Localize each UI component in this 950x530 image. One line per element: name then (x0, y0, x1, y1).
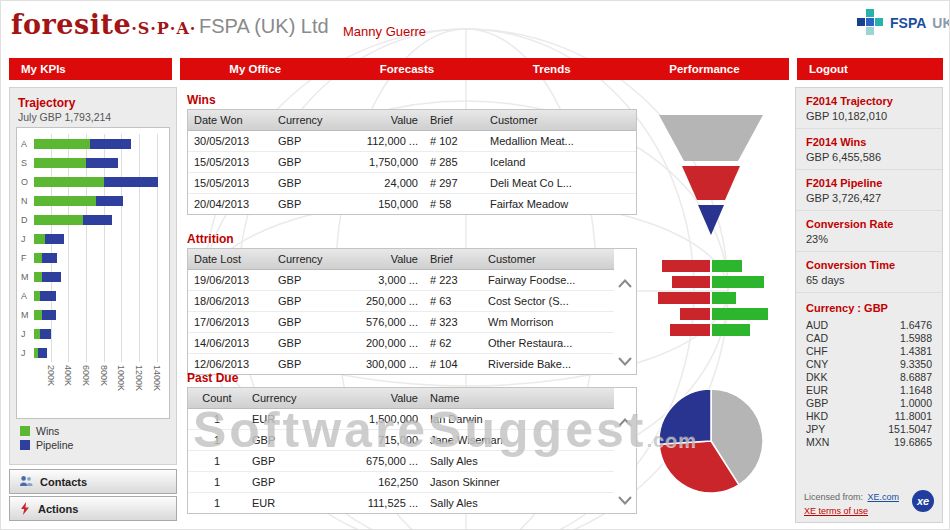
table-row[interactable]: 14/06/2013GBP200,000 ...# 62Other Restau… (188, 333, 614, 354)
table-cell: GBP (272, 173, 336, 194)
xe-logo: xe (912, 490, 934, 512)
table-row[interactable]: 15/05/2013GBP1,750,000# 285Iceland (188, 152, 636, 173)
contacts-icon (19, 475, 33, 488)
actions-icon (19, 502, 31, 515)
table-cell: EUR (246, 493, 316, 514)
kpi-value: GBP 10,182,010 (806, 110, 932, 122)
currency-rate-row: CHF1.4381 (806, 345, 932, 358)
nav-my-office[interactable]: My Office (229, 58, 281, 80)
trajectory-bar-row: S (21, 153, 165, 172)
nav-logout[interactable]: Logout (797, 58, 943, 80)
table-row[interactable]: 1GBP162,250Jason Skinner (188, 472, 614, 493)
scroll-up-button[interactable] (618, 418, 632, 427)
table-cell: Jason Skinner (424, 472, 614, 493)
xe-com-link[interactable]: XE.com (867, 492, 899, 502)
table-row[interactable]: 1GBP715,000Jane Wiseman (188, 430, 614, 451)
attrition-title: Attrition (187, 232, 234, 246)
table-cell: GBP (272, 291, 336, 312)
currency-code: CAD (806, 332, 828, 345)
nav-my-kpis[interactable]: My KPIs (9, 58, 172, 80)
table-row[interactable]: 17/06/2013GBP576,000 ...# 323Wm Morrison (188, 312, 614, 333)
currency-rate: 1.0000 (900, 397, 932, 410)
stacked-bar (34, 253, 57, 263)
column-header: Value (316, 388, 424, 409)
scroll-up-button[interactable] (618, 279, 632, 288)
table-row[interactable]: 15/05/2013GBP24,000# 297Deli Meat Co L..… (188, 173, 636, 194)
wins-losses-bar-chart (649, 256, 779, 346)
x-axis-tick-label: 600K (81, 365, 91, 386)
past-due-pie-chart (651, 386, 771, 496)
table-cell: 18/06/2013 (188, 291, 272, 312)
table-row[interactable]: 1EUR1,500,000Ian Darwin (188, 409, 614, 430)
kpi-item: F2014 WinsGBP 6,455,586 (796, 129, 942, 170)
trajectory-subtitle: July GBP 1,793,214 (16, 110, 170, 127)
trajectory-bar-row: J (21, 343, 165, 362)
table-row[interactable]: 30/05/2013GBP112,000 ...# 102Medallion M… (188, 131, 636, 152)
currency-rate-row: EUR1.1648 (806, 384, 932, 397)
currency-rate: 1.5988 (900, 332, 932, 345)
table-header-row: CountCurrencyValueName (188, 388, 614, 409)
column-header: Currency (246, 388, 316, 409)
table-cell: 24,000 (336, 173, 424, 194)
table-row[interactable]: 20/04/2013GBP150,000# 58Fairfax Meadow (188, 194, 636, 215)
stacked-bar (34, 215, 112, 225)
table-row[interactable]: 18/06/2013GBP250,000 ...# 63Cost Sector … (188, 291, 614, 312)
table-cell: 17/06/2013 (188, 312, 272, 333)
table-row[interactable]: 1EUR111,525 ...Sally Ales (188, 493, 614, 514)
column-header: Brief (424, 110, 484, 131)
table-cell: 111,525 ... (316, 493, 424, 514)
table-cell: Wm Morrison (482, 312, 614, 333)
scroll-down-button[interactable] (618, 496, 632, 505)
trajectory-bar-row: A (21, 286, 165, 305)
trajectory-bar-row: D (21, 210, 165, 229)
nav-forecasts[interactable]: Forecasts (380, 58, 434, 80)
table-cell: 576,000 ... (336, 312, 424, 333)
table-row[interactable]: 12/06/2013GBP300,000 ...# 104Riverside B… (188, 354, 614, 375)
table-cell: 1 (188, 451, 246, 472)
currency-rate: 9.3350 (900, 358, 932, 371)
table-row[interactable]: 1GBP675,000 ...Sally Ales (188, 451, 614, 472)
fspa-cross-icon (857, 9, 884, 36)
stacked-bar (34, 234, 64, 244)
nav-performance[interactable]: Performance (669, 58, 739, 80)
currency-code: CHF (806, 345, 828, 358)
month-label: D (21, 215, 34, 225)
table-cell: # 285 (424, 152, 484, 173)
month-label: O (21, 177, 34, 187)
scroll-down-button[interactable] (618, 357, 632, 366)
trajectory-bar-row: F (21, 248, 165, 267)
table-cell: Sally Ales (424, 493, 614, 514)
month-label: J (21, 234, 34, 244)
table-cell: 19/06/2013 (188, 270, 272, 291)
table-cell: Iceland (484, 152, 636, 173)
xe-terms-link[interactable]: XE terms of use (804, 506, 899, 516)
kpi-value: GBP 6,455,586 (806, 151, 932, 163)
table-cell: 1 (188, 409, 246, 430)
attrition-table: Date LostCurrencyValueBriefCustomer19/06… (187, 248, 637, 375)
currency-rate-row: AUD1.6476 (806, 319, 932, 332)
currency-rate: 1.6476 (900, 319, 932, 332)
nav-trends[interactable]: Trends (533, 58, 571, 80)
trajectory-title: Trajectory (16, 94, 170, 110)
kpi-item: Conversion Time65 days (796, 252, 942, 293)
table-cell: GBP (272, 131, 336, 152)
currency-rate-row: CAD1.5988 (806, 332, 932, 345)
nav-main-menu: My Office Forecasts Trends Performance (180, 58, 789, 80)
x-axis-tick-label: 800K (99, 365, 109, 386)
table-cell: # 102 (424, 131, 484, 152)
currency-rate: 1.1648 (900, 384, 932, 397)
stacked-bar (34, 310, 56, 320)
table-cell: GBP (272, 270, 336, 291)
currency-rate-row: MXN19.6865 (806, 436, 932, 449)
chart-x-axis: 200K400K600K800K1000K1200K1400K (21, 362, 165, 412)
currency-code: EUR (806, 384, 828, 397)
column-header: Currency (272, 110, 336, 131)
x-axis-tick-label: 1200K (134, 365, 144, 391)
table-cell: 3,000 ... (336, 270, 424, 291)
column-header: Value (336, 110, 424, 131)
table-row[interactable]: 19/06/2013GBP3,000 ...# 223Fairway Foods… (188, 270, 614, 291)
contacts-button[interactable]: Contacts (9, 469, 177, 494)
trajectory-bar-row: J (21, 229, 165, 248)
stacked-bar (34, 139, 131, 149)
actions-button[interactable]: Actions (9, 496, 177, 521)
